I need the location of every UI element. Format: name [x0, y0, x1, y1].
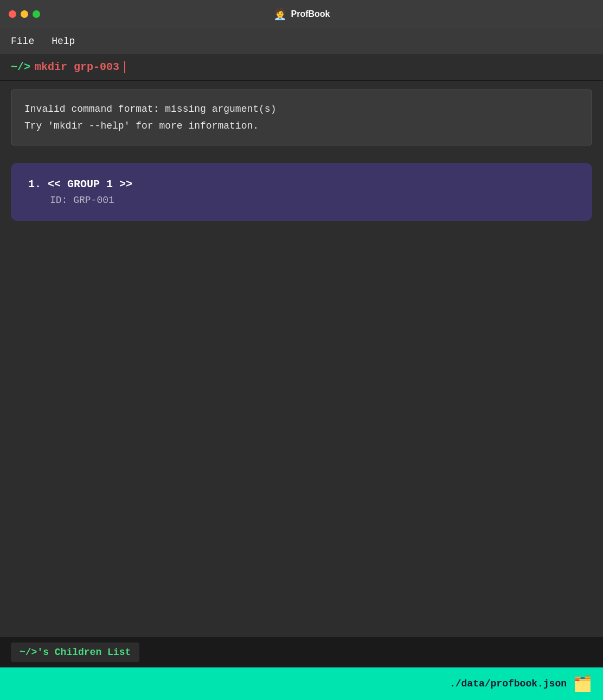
minimize-button[interactable] [21, 10, 28, 18]
group-card-1[interactable]: 1. << GROUP 1 >> ID: GRP-001 [11, 163, 592, 221]
group-number: 1. << GROUP 1 >> [28, 178, 575, 190]
error-box: Invalid command format: missing argument… [11, 90, 592, 145]
app-title: ProfBook [291, 9, 330, 19]
footer-path: ./data/profbook.json [450, 678, 567, 689]
cursor [124, 61, 125, 73]
close-button[interactable] [9, 10, 16, 18]
app-icon: 🧑‍💼 [273, 8, 287, 21]
maximize-button[interactable] [33, 10, 40, 18]
menu-bar: File Help [0, 28, 603, 54]
main-content: 1. << GROUP 1 >> ID: GRP-001 [0, 154, 603, 637]
window-controls [9, 10, 40, 18]
menu-help[interactable]: Help [52, 36, 75, 47]
command-prompt: ~/> [11, 61, 30, 73]
command-area: ~/> mkdir grp-003 [0, 54, 603, 81]
group-id: ID: GRP-001 [28, 195, 575, 206]
status-bar: ~/>'s Children List [0, 637, 603, 667]
command-text: mkdir grp-003 [35, 61, 119, 73]
title-bar-content: 🧑‍💼 ProfBook [273, 8, 330, 21]
status-label: ~/>'s Children List [11, 642, 139, 662]
title-bar: 🧑‍💼 ProfBook [0, 0, 603, 28]
menu-file[interactable]: File [11, 36, 34, 47]
error-line-1: Invalid command format: missing argument… [24, 101, 579, 118]
folder-icon: 🗂️ [573, 674, 592, 693]
error-line-2: Try 'mkdir --help' for more information. [24, 118, 579, 135]
footer-bar: ./data/profbook.json 🗂️ [0, 667, 603, 700]
